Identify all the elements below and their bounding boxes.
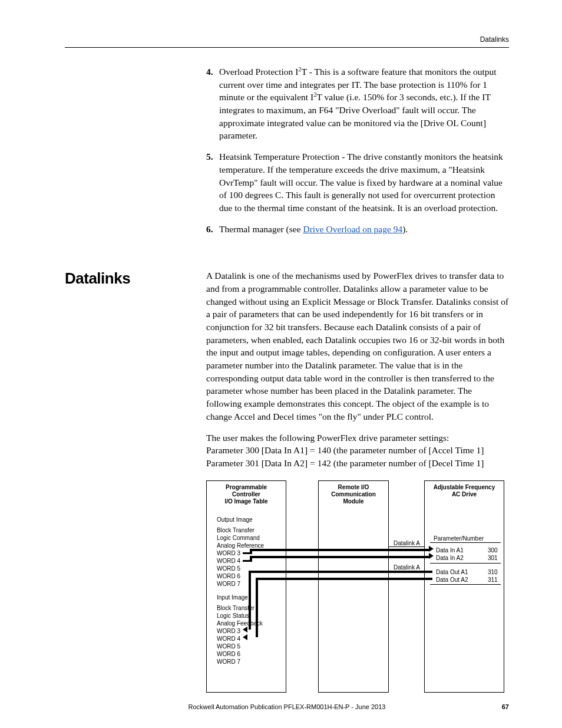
arrow-icon — [429, 546, 434, 552]
label: WORD 4 — [217, 635, 240, 643]
label: WORD 7 — [217, 658, 240, 666]
section-title: Datalinks — [65, 269, 206, 288]
connector — [250, 549, 430, 551]
connector — [243, 560, 250, 562]
label: WORD 5 — [217, 565, 240, 572]
divider — [389, 571, 424, 571]
label: 311 — [488, 576, 498, 584]
para-line: Parameter 300 [Data In A1] = 140 (the pa… — [206, 444, 509, 457]
label: WORD 6 — [217, 650, 240, 658]
label: Data Out A1 — [436, 568, 468, 576]
label-param-num: Parameter/Number — [434, 535, 484, 542]
label: WORD 4 — [217, 557, 240, 565]
label-input-image: Input Image — [217, 594, 248, 601]
connector — [249, 571, 251, 630]
label: WORD 6 — [217, 572, 240, 580]
list-number: 4. — [206, 65, 219, 142]
para-line: Parameter 301 [Data In A2] = 142 (the pa… — [206, 457, 509, 470]
connector — [243, 552, 250, 554]
header-title: Datalinks — [480, 35, 509, 44]
label: 300 — [488, 546, 498, 554]
numbered-list-row: 4. Overload Protection I2T - This is a s… — [65, 65, 509, 243]
label: 310 — [488, 568, 498, 576]
list-text: Thermal manager (see Drive Overload on p… — [219, 223, 509, 236]
box-line: I/O Image Table — [209, 498, 283, 505]
arrow-icon — [429, 553, 434, 559]
label: WORD 3 — [217, 627, 240, 635]
text-fragment: ). — [402, 224, 408, 234]
label: 301 — [488, 554, 498, 562]
page-number: 67 — [502, 703, 509, 710]
box-line: Programmable — [209, 484, 283, 491]
label: Logic Status — [217, 612, 249, 620]
divider — [430, 542, 501, 543]
label: Data Out A2 — [436, 576, 468, 584]
paragraph-group: The user makes the following PowerFlex d… — [206, 431, 509, 470]
list-item-6: 6. Thermal manager (see Drive Overload o… — [206, 223, 509, 236]
footer-publication: Rockwell Automation Publication PFLEX-RM… — [189, 703, 386, 710]
label: Data In A2 — [436, 554, 464, 562]
connector — [250, 551, 252, 554]
label-output-image: Output Image — [217, 516, 253, 523]
text-fragment: Thermal manager (see — [219, 224, 303, 234]
connector — [256, 578, 432, 580]
label: WORD 7 — [217, 580, 240, 588]
page-footer: Rockwell Automation Publication PFLEX-RM… — [65, 703, 509, 710]
list-text: Overload Protection I2T - This is a soft… — [219, 65, 509, 142]
box-line: Remote I/O — [321, 484, 386, 491]
list-text: Heatsink Temperature Protection - The dr… — [219, 150, 509, 214]
connector — [256, 578, 258, 637]
page-header: Datalinks — [65, 35, 509, 48]
arrow-icon — [243, 634, 247, 640]
label: WORD 5 — [217, 643, 240, 650]
box-line: Controller — [209, 491, 283, 498]
datalink-diagram: Programmable Controller I/O Image Table … — [206, 480, 507, 699]
label: Data In A1 — [436, 546, 464, 554]
para-line: The user makes the following PowerFlex d… — [206, 431, 509, 444]
datalinks-section: Datalinks A Datalink is one of the mecha… — [65, 269, 509, 698]
arrow-icon — [243, 627, 247, 633]
list-item-5: 5. Heatsink Temperature Protection - The… — [206, 150, 509, 214]
paragraph: A Datalink is one of the mechanisms used… — [206, 269, 509, 423]
divider — [430, 584, 501, 585]
box-comm-module: Remote I/O Communication Module — [318, 480, 389, 693]
list-item-4: 4. Overload Protection I2T - This is a s… — [206, 65, 509, 142]
label: WORD 3 — [217, 549, 240, 557]
list-number: 5. — [206, 150, 219, 214]
box-drive: Adjustable Frequency AC Drive — [424, 480, 504, 693]
connector — [250, 556, 430, 558]
connector — [250, 556, 252, 562]
box-line: Adjustable Frequency — [427, 484, 501, 491]
box-line: AC Drive — [427, 491, 501, 498]
link-drive-overload[interactable]: Drive Overload on page 94 — [303, 224, 402, 234]
label: Block Transfer — [217, 526, 254, 534]
list-number: 6. — [206, 223, 219, 236]
label: Logic Command — [217, 534, 260, 542]
divider — [389, 546, 424, 547]
box-line: Module — [321, 498, 386, 505]
box-line: Communication — [321, 491, 386, 498]
divider — [430, 563, 501, 564]
